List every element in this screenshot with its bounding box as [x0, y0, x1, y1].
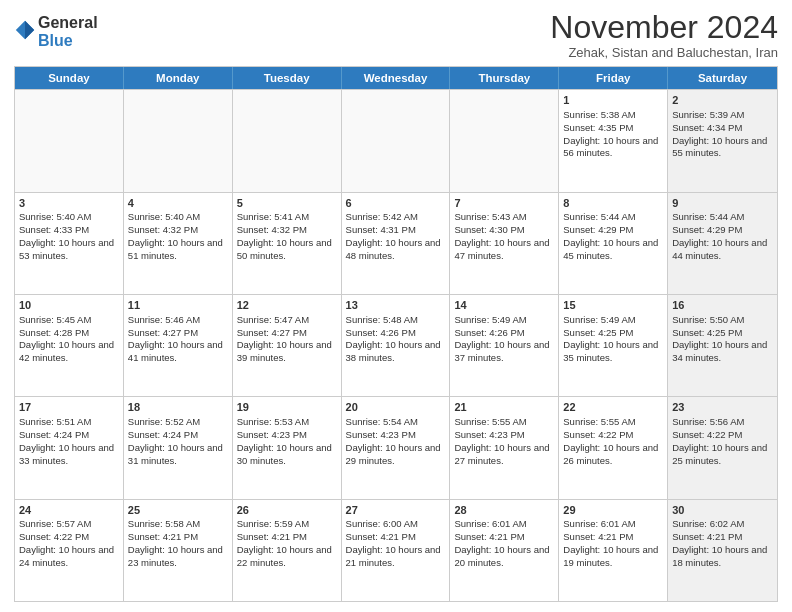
- day-number: 24: [19, 503, 119, 518]
- day-number: 1: [563, 93, 663, 108]
- calendar-cell: 20Sunrise: 5:54 AM Sunset: 4:23 PM Dayli…: [342, 397, 451, 498]
- day-number: 21: [454, 400, 554, 415]
- calendar-cell: 14Sunrise: 5:49 AM Sunset: 4:26 PM Dayli…: [450, 295, 559, 396]
- day-number: 23: [672, 400, 773, 415]
- day-number: 7: [454, 196, 554, 211]
- calendar-cell: 6Sunrise: 5:42 AM Sunset: 4:31 PM Daylig…: [342, 193, 451, 294]
- calendar-row: 24Sunrise: 5:57 AM Sunset: 4:22 PM Dayli…: [15, 499, 777, 601]
- day-number: 18: [128, 400, 228, 415]
- calendar-cell: [233, 90, 342, 191]
- calendar-cell: 24Sunrise: 5:57 AM Sunset: 4:22 PM Dayli…: [15, 500, 124, 601]
- header: General Blue November 2024 Zehak, Sistan…: [14, 10, 778, 60]
- calendar-cell: 26Sunrise: 5:59 AM Sunset: 4:21 PM Dayli…: [233, 500, 342, 601]
- day-number: 20: [346, 400, 446, 415]
- calendar-cell: 3Sunrise: 5:40 AM Sunset: 4:33 PM Daylig…: [15, 193, 124, 294]
- day-number: 10: [19, 298, 119, 313]
- weekday-header: Friday: [559, 67, 668, 89]
- day-info: Sunrise: 5:40 AM Sunset: 4:33 PM Dayligh…: [19, 211, 114, 260]
- weekday-header: Sunday: [15, 67, 124, 89]
- day-info: Sunrise: 5:52 AM Sunset: 4:24 PM Dayligh…: [128, 416, 223, 465]
- calendar-cell: 16Sunrise: 5:50 AM Sunset: 4:25 PM Dayli…: [668, 295, 777, 396]
- calendar-cell: 15Sunrise: 5:49 AM Sunset: 4:25 PM Dayli…: [559, 295, 668, 396]
- logo: General Blue: [14, 14, 98, 49]
- calendar-row: 1Sunrise: 5:38 AM Sunset: 4:35 PM Daylig…: [15, 89, 777, 191]
- calendar-body: 1Sunrise: 5:38 AM Sunset: 4:35 PM Daylig…: [15, 89, 777, 601]
- day-info: Sunrise: 5:57 AM Sunset: 4:22 PM Dayligh…: [19, 518, 114, 567]
- day-number: 19: [237, 400, 337, 415]
- calendar-cell: 7Sunrise: 5:43 AM Sunset: 4:30 PM Daylig…: [450, 193, 559, 294]
- calendar-cell: 23Sunrise: 5:56 AM Sunset: 4:22 PM Dayli…: [668, 397, 777, 498]
- day-number: 15: [563, 298, 663, 313]
- day-number: 12: [237, 298, 337, 313]
- calendar-row: 10Sunrise: 5:45 AM Sunset: 4:28 PM Dayli…: [15, 294, 777, 396]
- day-info: Sunrise: 6:01 AM Sunset: 4:21 PM Dayligh…: [563, 518, 658, 567]
- day-number: 13: [346, 298, 446, 313]
- day-number: 26: [237, 503, 337, 518]
- day-number: 2: [672, 93, 773, 108]
- day-info: Sunrise: 5:45 AM Sunset: 4:28 PM Dayligh…: [19, 314, 114, 363]
- calendar-cell: [15, 90, 124, 191]
- calendar-cell: 27Sunrise: 6:00 AM Sunset: 4:21 PM Dayli…: [342, 500, 451, 601]
- day-info: Sunrise: 5:44 AM Sunset: 4:29 PM Dayligh…: [672, 211, 767, 260]
- day-info: Sunrise: 5:43 AM Sunset: 4:30 PM Dayligh…: [454, 211, 549, 260]
- day-info: Sunrise: 5:50 AM Sunset: 4:25 PM Dayligh…: [672, 314, 767, 363]
- weekday-header: Monday: [124, 67, 233, 89]
- day-number: 29: [563, 503, 663, 518]
- logo-icon: [14, 19, 36, 41]
- day-number: 11: [128, 298, 228, 313]
- calendar-cell: 25Sunrise: 5:58 AM Sunset: 4:21 PM Dayli…: [124, 500, 233, 601]
- weekday-header: Saturday: [668, 67, 777, 89]
- day-info: Sunrise: 5:40 AM Sunset: 4:32 PM Dayligh…: [128, 211, 223, 260]
- calendar-cell: 17Sunrise: 5:51 AM Sunset: 4:24 PM Dayli…: [15, 397, 124, 498]
- day-number: 9: [672, 196, 773, 211]
- day-number: 4: [128, 196, 228, 211]
- day-info: Sunrise: 5:54 AM Sunset: 4:23 PM Dayligh…: [346, 416, 441, 465]
- logo-blue: Blue: [38, 32, 98, 50]
- logo-text: General Blue: [38, 14, 98, 49]
- day-info: Sunrise: 6:02 AM Sunset: 4:21 PM Dayligh…: [672, 518, 767, 567]
- calendar-cell: 11Sunrise: 5:46 AM Sunset: 4:27 PM Dayli…: [124, 295, 233, 396]
- calendar-page: General Blue November 2024 Zehak, Sistan…: [0, 0, 792, 612]
- calendar-row: 3Sunrise: 5:40 AM Sunset: 4:33 PM Daylig…: [15, 192, 777, 294]
- day-info: Sunrise: 5:49 AM Sunset: 4:26 PM Dayligh…: [454, 314, 549, 363]
- day-info: Sunrise: 5:49 AM Sunset: 4:25 PM Dayligh…: [563, 314, 658, 363]
- day-number: 30: [672, 503, 773, 518]
- day-number: 27: [346, 503, 446, 518]
- day-info: Sunrise: 6:01 AM Sunset: 4:21 PM Dayligh…: [454, 518, 549, 567]
- logo-general: General: [38, 14, 98, 32]
- day-number: 6: [346, 196, 446, 211]
- calendar-cell: 4Sunrise: 5:40 AM Sunset: 4:32 PM Daylig…: [124, 193, 233, 294]
- calendar-cell: 30Sunrise: 6:02 AM Sunset: 4:21 PM Dayli…: [668, 500, 777, 601]
- calendar-cell: 12Sunrise: 5:47 AM Sunset: 4:27 PM Dayli…: [233, 295, 342, 396]
- day-info: Sunrise: 5:55 AM Sunset: 4:23 PM Dayligh…: [454, 416, 549, 465]
- calendar-cell: 13Sunrise: 5:48 AM Sunset: 4:26 PM Dayli…: [342, 295, 451, 396]
- calendar-cell: 21Sunrise: 5:55 AM Sunset: 4:23 PM Dayli…: [450, 397, 559, 498]
- day-number: 25: [128, 503, 228, 518]
- day-number: 5: [237, 196, 337, 211]
- day-info: Sunrise: 5:53 AM Sunset: 4:23 PM Dayligh…: [237, 416, 332, 465]
- svg-marker-1: [25, 20, 34, 38]
- calendar-cell: 22Sunrise: 5:55 AM Sunset: 4:22 PM Dayli…: [559, 397, 668, 498]
- day-info: Sunrise: 5:58 AM Sunset: 4:21 PM Dayligh…: [128, 518, 223, 567]
- calendar-cell: 8Sunrise: 5:44 AM Sunset: 4:29 PM Daylig…: [559, 193, 668, 294]
- day-info: Sunrise: 5:51 AM Sunset: 4:24 PM Dayligh…: [19, 416, 114, 465]
- day-info: Sunrise: 5:41 AM Sunset: 4:32 PM Dayligh…: [237, 211, 332, 260]
- weekday-header: Thursday: [450, 67, 559, 89]
- day-number: 28: [454, 503, 554, 518]
- day-info: Sunrise: 6:00 AM Sunset: 4:21 PM Dayligh…: [346, 518, 441, 567]
- calendar: SundayMondayTuesdayWednesdayThursdayFrid…: [14, 66, 778, 602]
- calendar-cell: [342, 90, 451, 191]
- calendar-cell: [450, 90, 559, 191]
- day-info: Sunrise: 5:42 AM Sunset: 4:31 PM Dayligh…: [346, 211, 441, 260]
- day-info: Sunrise: 5:55 AM Sunset: 4:22 PM Dayligh…: [563, 416, 658, 465]
- day-number: 17: [19, 400, 119, 415]
- calendar-cell: 29Sunrise: 6:01 AM Sunset: 4:21 PM Dayli…: [559, 500, 668, 601]
- calendar-cell: 19Sunrise: 5:53 AM Sunset: 4:23 PM Dayli…: [233, 397, 342, 498]
- day-info: Sunrise: 5:59 AM Sunset: 4:21 PM Dayligh…: [237, 518, 332, 567]
- day-number: 8: [563, 196, 663, 211]
- day-info: Sunrise: 5:44 AM Sunset: 4:29 PM Dayligh…: [563, 211, 658, 260]
- calendar-cell: 2Sunrise: 5:39 AM Sunset: 4:34 PM Daylig…: [668, 90, 777, 191]
- day-info: Sunrise: 5:38 AM Sunset: 4:35 PM Dayligh…: [563, 109, 658, 158]
- calendar-cell: 18Sunrise: 5:52 AM Sunset: 4:24 PM Dayli…: [124, 397, 233, 498]
- calendar-cell: 1Sunrise: 5:38 AM Sunset: 4:35 PM Daylig…: [559, 90, 668, 191]
